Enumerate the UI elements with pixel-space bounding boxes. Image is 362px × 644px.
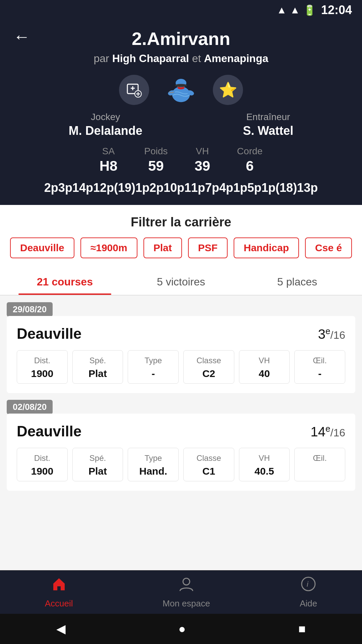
detail-oeil-2: Œil. [294,448,345,481]
svg-point-14 [302,577,315,591]
filter-chip-cse[interactable]: Cse é [305,237,352,258]
filter-chip-distance[interactable]: ≈1900m [80,237,137,258]
horse-lineage: par High Chaparral et Amenapinga [94,52,268,65]
nav-aide-label: Aide [300,598,317,609]
bottom-nav: Accueil Mon espace i Aide [0,570,362,614]
race-details-2: Dist. 1900 Spé. Plat Type Hand. Classe C… [17,448,345,481]
date-badge-1: 29/08/20 [7,302,355,316]
status-time: 12:04 [321,3,352,17]
back-button[interactable]: ← [13,27,30,46]
race-rank-2: 14e/16 [311,424,345,439]
user-icon [178,576,195,596]
tab-courses[interactable]: 21 courses [7,266,123,295]
trainer-block: Entraîneur S. Wattel [243,112,294,138]
filter-section: Filtrer la carrière Deauville ≈1900m Pla… [0,205,362,266]
stat-sa: SA H8 [100,146,118,174]
nav-accueil[interactable]: Accueil [45,576,73,609]
help-icon: i [300,576,317,596]
race-card-header-2: Deauville 14e/16 [17,423,345,440]
stat-poids: Poids 59 [144,146,168,174]
filter-title: Filtrer la carrière [10,215,352,229]
android-home[interactable]: ● [178,622,186,636]
detail-spe-2: Spé. Plat [72,448,123,481]
horse-title: 2.Amirvann [132,28,230,49]
add-horse-icon[interactable] [119,75,149,105]
android-recents[interactable]: ■ [298,622,306,636]
detail-classe-2: Classe C1 [183,448,234,481]
status-icons: ▲ ▲ 🔋 [277,4,316,16]
favorite-icon[interactable]: ⭐ [213,75,243,105]
main-content: Filtrer la carrière Deauville ≈1900m Pla… [0,205,362,570]
stat-corde: Corde 6 [237,146,262,174]
detail-spe-1: Spé. Plat [72,350,123,384]
nav-mon-espace[interactable]: Mon espace [163,576,210,609]
horse-silks [163,75,199,105]
nav-accueil-label: Accueil [45,598,73,609]
filter-chip-psf[interactable]: PSF [188,237,228,258]
date-badge-2: 02/08/20 [7,400,355,414]
signal-icon: ▲ [290,4,300,16]
home-icon [51,576,67,596]
battery-icon: 🔋 [303,4,316,16]
horse-icons-row: ⭐ [119,75,243,105]
detail-vh-1: VH 40 [239,350,290,384]
person-row: Jockey M. Delalande Entraîneur S. Wattel [69,112,294,138]
horse-dam: Amenapinga [204,52,268,64]
race-card-2[interactable]: Deauville 14e/16 Dist. 1900 Spé. Plat Ty… [7,414,355,491]
svg-text:i: i [307,580,309,588]
filter-chip-deauville[interactable]: Deauville [10,237,74,258]
nav-aide[interactable]: i Aide [300,576,317,609]
filter-chip-plat[interactable]: Plat [143,237,182,258]
race-form-string: 2p3p14p12p(19)1p2p10p11p7p4p1p5p1p(18)13… [38,181,324,195]
horse-header: ← 2.Amirvann par High Chaparral et Amena… [0,20,362,205]
detail-classe-1: Classe C2 [183,350,234,384]
android-back[interactable]: ◀ [56,622,66,636]
race-list: 29/08/20 Deauville 3e/16 Dist. 1900 Spé.… [0,296,362,504]
race-card-1[interactable]: Deauville 3e/16 Dist. 1900 Spé. Plat Typ… [7,316,355,393]
race-rank-1: 3e/16 [318,326,345,342]
nav-mon-espace-label: Mon espace [163,598,210,609]
detail-oeil-1: Œil. - [294,350,345,384]
detail-type-1: Type - [128,350,179,384]
horse-stats-row: SA H8 Poids 59 VH 39 Corde 6 [100,146,263,174]
detail-vh-2: VH 40.5 [239,448,290,481]
svg-point-13 [183,578,190,585]
tab-victoires[interactable]: 5 victoires [123,266,239,295]
svg-point-12 [175,84,187,87]
race-details-1: Dist. 1900 Spé. Plat Type - Classe C2 VH [17,350,345,384]
race-card-header-1: Deauville 3e/16 [17,325,345,342]
filter-chips: Deauville ≈1900m Plat PSF Handicap Cse é [10,237,352,266]
detail-dist-2: Dist. 1900 [17,448,68,481]
tabs-bar: 21 courses 5 victoires 5 places [0,266,362,296]
filter-chip-handicap[interactable]: Handicap [234,237,299,258]
status-bar: ▲ ▲ 🔋 12:04 [0,0,362,20]
horse-sire: High Chaparral [112,52,189,64]
android-nav: ◀ ● ■ [0,614,362,644]
wifi-icon: ▲ [277,4,287,16]
tab-places[interactable]: 5 places [239,266,355,295]
detail-dist-1: Dist. 1900 [17,350,68,384]
jockey-block: Jockey M. Delalande [69,112,142,138]
stat-vh: VH 39 [194,146,210,174]
detail-type-2: Type Hand. [128,448,179,481]
